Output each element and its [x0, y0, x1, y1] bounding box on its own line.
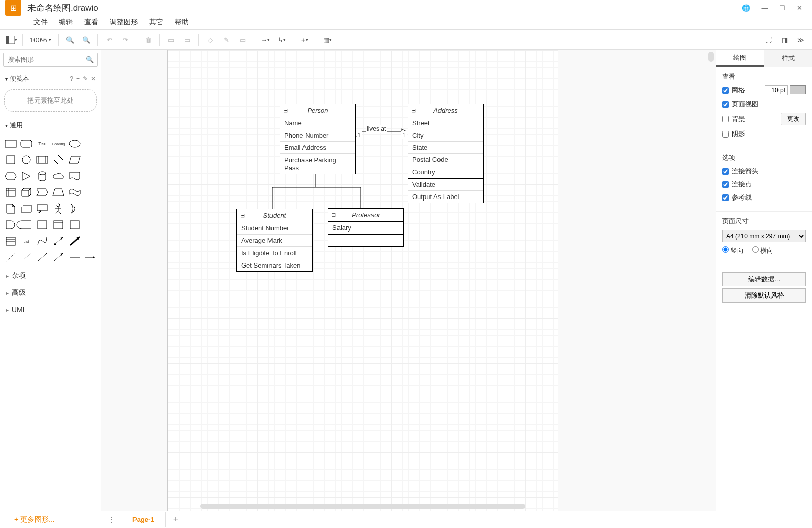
pageview-checkbox[interactable]	[722, 101, 729, 108]
menu-adjust[interactable]: 调整图形	[105, 16, 143, 29]
minimize-button[interactable]: —	[757, 1, 772, 14]
shape-cloud[interactable]	[52, 170, 65, 183]
connection-icon[interactable]: →▾	[258, 32, 273, 47]
general-header[interactable]: ▾通用	[0, 117, 101, 134]
shape-step[interactable]	[36, 186, 49, 199]
table-icon[interactable]: ▦▾	[320, 32, 334, 47]
shape-blank7[interactable]	[84, 235, 97, 248]
add-page-button[interactable]: +	[166, 510, 186, 528]
fill-icon[interactable]: ◇	[203, 32, 217, 47]
edit-data-button[interactable]: 编辑数据...	[722, 272, 806, 286]
shadow-checkbox[interactable]	[722, 131, 729, 138]
shape-datastore[interactable]	[20, 218, 32, 232]
scratchpad-header[interactable]: ▾便笺本 ? + ✎ ✕	[0, 70, 101, 87]
category-advanced[interactable]: ▸高级	[0, 284, 101, 302]
menu-file[interactable]: 文件	[28, 16, 53, 29]
tab-style[interactable]: 样式	[764, 50, 812, 67]
grid-checkbox[interactable]	[722, 87, 729, 94]
canvas[interactable]: lives at 0..1 1 ⊟Person Name Phone Numbe…	[167, 50, 558, 511]
shape-callout[interactable]	[36, 202, 49, 215]
menu-view[interactable]: 查看	[79, 16, 104, 29]
shape-arrow[interactable]	[68, 235, 81, 248]
edit-icon[interactable]: ✎	[83, 75, 88, 82]
shape-curve[interactable]	[36, 235, 49, 248]
shape-trapezoid[interactable]	[52, 186, 65, 199]
undo-icon[interactable]: ↶	[102, 32, 116, 47]
shape-header-rect[interactable]	[52, 218, 65, 232]
close-button[interactable]: ✕	[792, 1, 807, 14]
shape-tape[interactable]	[68, 186, 81, 199]
help-icon[interactable]: ?	[70, 75, 73, 82]
class-address[interactable]: ⊟Address Street City State Postal Code C…	[408, 104, 484, 203]
change-bg-button[interactable]: 更改	[781, 113, 806, 125]
more-shapes-button[interactable]: + 更多图形...	[7, 508, 62, 529]
edge-mult-1[interactable]: 1	[401, 131, 407, 139]
to-back-icon[interactable]: ▭	[180, 32, 194, 47]
fullscreen-icon[interactable]: ⛶	[761, 32, 775, 47]
portrait-radio[interactable]	[722, 246, 729, 253]
shape-text[interactable]: Text	[36, 137, 49, 150]
category-misc[interactable]: ▸杂项	[0, 267, 101, 284]
grid-size-input[interactable]	[765, 85, 788, 95]
tab-diagram[interactable]: 绘图	[716, 50, 764, 67]
shape-internal[interactable]	[4, 186, 17, 199]
add-icon[interactable]: +	[76, 75, 80, 82]
format-panel-icon[interactable]: ◨	[777, 32, 792, 47]
shape-diamond[interactable]	[52, 153, 65, 167]
shape-rect[interactable]	[4, 137, 17, 150]
landscape-radio[interactable]	[752, 246, 759, 253]
shape-blank5[interactable]	[84, 202, 97, 215]
line-color-icon[interactable]: ✎	[219, 32, 233, 47]
category-uml[interactable]: ▸UML	[0, 302, 101, 318]
shape-blank2[interactable]	[84, 153, 97, 167]
shape-dotted[interactable]	[20, 251, 32, 264]
shape-list-label[interactable]: List	[20, 235, 32, 248]
pages-menu-icon[interactable]: ⋮	[101, 516, 121, 523]
shape-rounded-rect[interactable]	[20, 137, 32, 150]
shape-or[interactable]	[68, 202, 81, 215]
shape-list[interactable]	[4, 235, 17, 248]
sidebar-toggle-icon[interactable]: ▾	[4, 32, 18, 47]
conn-points-checkbox[interactable]	[722, 181, 729, 188]
waypoint-icon[interactable]: ↳▾	[275, 32, 289, 47]
background-checkbox[interactable]	[722, 116, 729, 122]
shape-thin[interactable]	[68, 251, 81, 264]
vertical-scrollbar[interactable]	[708, 52, 714, 62]
guides-checkbox[interactable]	[722, 194, 729, 201]
redo-icon[interactable]: ↷	[118, 32, 132, 47]
shape-hexagon[interactable]	[4, 170, 17, 183]
shape-bidir-arrow[interactable]	[52, 235, 65, 248]
collapse-icon[interactable]: ≫	[794, 32, 808, 47]
shape-blank3[interactable]	[84, 170, 97, 183]
shape-line[interactable]	[36, 251, 49, 264]
shape-note[interactable]	[4, 202, 17, 215]
shape-triangle[interactable]	[20, 170, 32, 183]
shape-rect3[interactable]	[68, 218, 81, 232]
conn-arrows-checkbox[interactable]	[722, 168, 729, 175]
language-icon[interactable]: 🌐	[742, 4, 750, 12]
shape-blank[interactable]	[84, 137, 97, 150]
search-icon[interactable]: 🔍	[86, 56, 94, 63]
shape-blank4[interactable]	[84, 186, 97, 199]
zoom-in-icon[interactable]: 🔍	[63, 32, 77, 47]
shape-dashed[interactable]	[4, 251, 17, 264]
clear-style-button[interactable]: 清除默认风格	[722, 288, 806, 303]
shape-parallelogram[interactable]	[68, 153, 81, 167]
shape-circle[interactable]	[20, 153, 32, 167]
delete-icon[interactable]: 🗑	[141, 32, 155, 47]
insert-icon[interactable]: +▾	[297, 32, 312, 47]
search-input[interactable]	[3, 53, 98, 67]
shape-square[interactable]	[4, 153, 17, 167]
zoom-level[interactable]: 100%▾	[27, 34, 54, 46]
paper-size-select[interactable]: A4 (210 mm x 297 mm)	[722, 230, 806, 242]
zoom-out-icon[interactable]: 🔍	[79, 32, 93, 47]
shape-rect2[interactable]	[36, 218, 49, 232]
class-person[interactable]: ⊟Person Name Phone Number Email Address …	[280, 104, 356, 174]
scratchpad-dropzone[interactable]: 把元素拖至此处	[4, 89, 97, 112]
shadow-icon[interactable]: ▭	[235, 32, 250, 47]
maximize-button[interactable]: ☐	[774, 1, 790, 14]
to-front-icon[interactable]: ▭	[164, 32, 178, 47]
page-tab-1[interactable]: Page-1	[121, 512, 166, 527]
menu-edit[interactable]: 编辑	[54, 16, 78, 29]
shape-cylinder[interactable]	[36, 170, 49, 183]
